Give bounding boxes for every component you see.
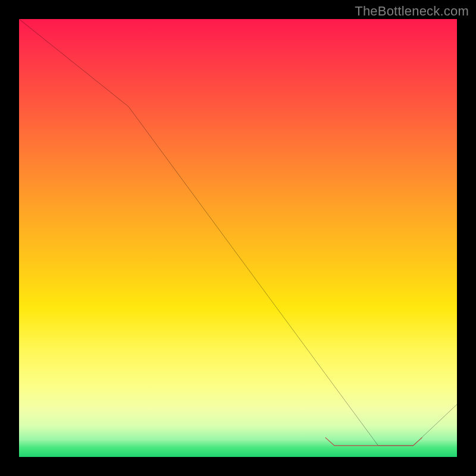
attribution-label: TheBottleneck.com — [355, 4, 469, 19]
plot-area — [19, 19, 457, 457]
chart-container: TheBottleneck.com — [0, 0, 476, 476]
series-optimal-band — [325, 438, 422, 446]
series-curve — [19, 19, 457, 446]
chart-overlay — [19, 19, 457, 457]
